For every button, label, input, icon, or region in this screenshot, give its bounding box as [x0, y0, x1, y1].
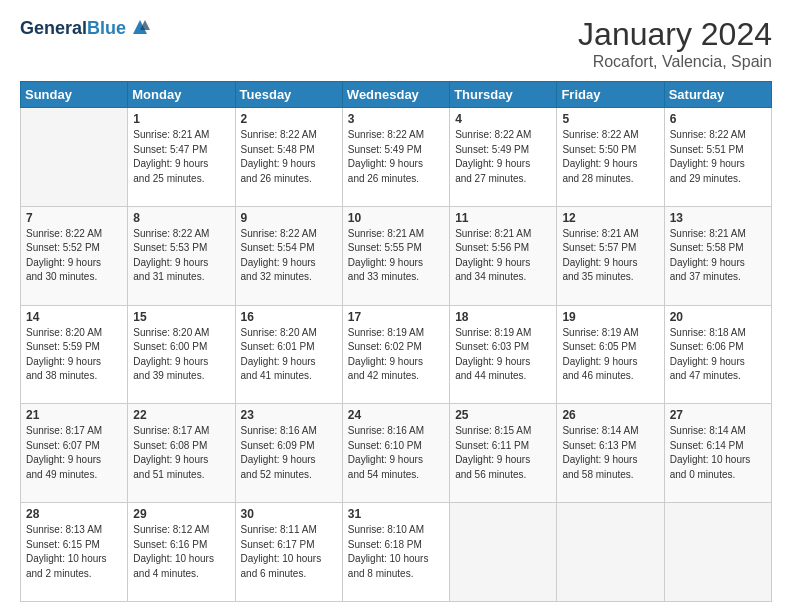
header: GeneralBlue January 2024 Rocafort, Valen… [20, 16, 772, 71]
calendar-cell: 12Sunrise: 8:21 AM Sunset: 5:57 PM Dayli… [557, 206, 664, 305]
title-block: January 2024 Rocafort, Valencia, Spain [578, 16, 772, 71]
calendar-cell: 13Sunrise: 8:21 AM Sunset: 5:58 PM Dayli… [664, 206, 771, 305]
cell-info: Sunrise: 8:21 AM Sunset: 5:57 PM Dayligh… [562, 227, 658, 285]
calendar-cell: 30Sunrise: 8:11 AM Sunset: 6:17 PM Dayli… [235, 503, 342, 602]
cell-info: Sunrise: 8:16 AM Sunset: 6:10 PM Dayligh… [348, 424, 444, 482]
cell-info: Sunrise: 8:15 AM Sunset: 6:11 PM Dayligh… [455, 424, 551, 482]
calendar-cell [450, 503, 557, 602]
day-number: 12 [562, 211, 658, 225]
calendar-cell: 4Sunrise: 8:22 AM Sunset: 5:49 PM Daylig… [450, 108, 557, 207]
cell-info: Sunrise: 8:18 AM Sunset: 6:06 PM Dayligh… [670, 326, 766, 384]
calendar-table: SundayMondayTuesdayWednesdayThursdayFrid… [20, 81, 772, 602]
col-header-monday: Monday [128, 82, 235, 108]
calendar-cell: 16Sunrise: 8:20 AM Sunset: 6:01 PM Dayli… [235, 305, 342, 404]
day-number: 3 [348, 112, 444, 126]
cell-info: Sunrise: 8:22 AM Sunset: 5:50 PM Dayligh… [562, 128, 658, 186]
cell-info: Sunrise: 8:12 AM Sunset: 6:16 PM Dayligh… [133, 523, 229, 581]
day-number: 15 [133, 310, 229, 324]
calendar-cell: 10Sunrise: 8:21 AM Sunset: 5:55 PM Dayli… [342, 206, 449, 305]
day-number: 4 [455, 112, 551, 126]
day-number: 5 [562, 112, 658, 126]
week-row-1: 1Sunrise: 8:21 AM Sunset: 5:47 PM Daylig… [21, 108, 772, 207]
day-number: 22 [133, 408, 229, 422]
day-number: 2 [241, 112, 337, 126]
calendar-cell: 9Sunrise: 8:22 AM Sunset: 5:54 PM Daylig… [235, 206, 342, 305]
cell-info: Sunrise: 8:13 AM Sunset: 6:15 PM Dayligh… [26, 523, 122, 581]
cell-info: Sunrise: 8:11 AM Sunset: 6:17 PM Dayligh… [241, 523, 337, 581]
calendar-cell: 8Sunrise: 8:22 AM Sunset: 5:53 PM Daylig… [128, 206, 235, 305]
logo-icon [129, 16, 151, 38]
day-number: 1 [133, 112, 229, 126]
day-number: 13 [670, 211, 766, 225]
day-number: 6 [670, 112, 766, 126]
cell-info: Sunrise: 8:17 AM Sunset: 6:07 PM Dayligh… [26, 424, 122, 482]
calendar-cell: 27Sunrise: 8:14 AM Sunset: 6:14 PM Dayli… [664, 404, 771, 503]
calendar-cell: 23Sunrise: 8:16 AM Sunset: 6:09 PM Dayli… [235, 404, 342, 503]
day-number: 10 [348, 211, 444, 225]
col-header-wednesday: Wednesday [342, 82, 449, 108]
day-number: 21 [26, 408, 122, 422]
page: GeneralBlue January 2024 Rocafort, Valen… [0, 0, 792, 612]
col-header-friday: Friday [557, 82, 664, 108]
calendar-cell: 17Sunrise: 8:19 AM Sunset: 6:02 PM Dayli… [342, 305, 449, 404]
cell-info: Sunrise: 8:22 AM Sunset: 5:54 PM Dayligh… [241, 227, 337, 285]
cell-info: Sunrise: 8:22 AM Sunset: 5:52 PM Dayligh… [26, 227, 122, 285]
col-header-tuesday: Tuesday [235, 82, 342, 108]
cell-info: Sunrise: 8:22 AM Sunset: 5:53 PM Dayligh… [133, 227, 229, 285]
day-number: 17 [348, 310, 444, 324]
calendar-cell: 28Sunrise: 8:13 AM Sunset: 6:15 PM Dayli… [21, 503, 128, 602]
day-number: 25 [455, 408, 551, 422]
day-number: 28 [26, 507, 122, 521]
calendar-cell: 2Sunrise: 8:22 AM Sunset: 5:48 PM Daylig… [235, 108, 342, 207]
cell-info: Sunrise: 8:19 AM Sunset: 6:03 PM Dayligh… [455, 326, 551, 384]
logo-text: GeneralBlue [20, 19, 126, 39]
day-number: 9 [241, 211, 337, 225]
day-number: 18 [455, 310, 551, 324]
week-row-2: 7Sunrise: 8:22 AM Sunset: 5:52 PM Daylig… [21, 206, 772, 305]
day-number: 16 [241, 310, 337, 324]
week-row-3: 14Sunrise: 8:20 AM Sunset: 5:59 PM Dayli… [21, 305, 772, 404]
cell-info: Sunrise: 8:19 AM Sunset: 6:05 PM Dayligh… [562, 326, 658, 384]
day-number: 29 [133, 507, 229, 521]
day-number: 11 [455, 211, 551, 225]
calendar-cell: 21Sunrise: 8:17 AM Sunset: 6:07 PM Dayli… [21, 404, 128, 503]
day-number: 24 [348, 408, 444, 422]
day-number: 20 [670, 310, 766, 324]
cell-info: Sunrise: 8:21 AM Sunset: 5:47 PM Dayligh… [133, 128, 229, 186]
cell-info: Sunrise: 8:21 AM Sunset: 5:55 PM Dayligh… [348, 227, 444, 285]
calendar-cell: 22Sunrise: 8:17 AM Sunset: 6:08 PM Dayli… [128, 404, 235, 503]
cell-info: Sunrise: 8:22 AM Sunset: 5:48 PM Dayligh… [241, 128, 337, 186]
calendar-cell: 7Sunrise: 8:22 AM Sunset: 5:52 PM Daylig… [21, 206, 128, 305]
calendar-cell: 18Sunrise: 8:19 AM Sunset: 6:03 PM Dayli… [450, 305, 557, 404]
calendar-cell: 14Sunrise: 8:20 AM Sunset: 5:59 PM Dayli… [21, 305, 128, 404]
day-number: 23 [241, 408, 337, 422]
cell-info: Sunrise: 8:14 AM Sunset: 6:14 PM Dayligh… [670, 424, 766, 482]
main-title: January 2024 [578, 16, 772, 53]
cell-info: Sunrise: 8:22 AM Sunset: 5:49 PM Dayligh… [348, 128, 444, 186]
calendar-cell: 25Sunrise: 8:15 AM Sunset: 6:11 PM Dayli… [450, 404, 557, 503]
calendar-cell: 20Sunrise: 8:18 AM Sunset: 6:06 PM Dayli… [664, 305, 771, 404]
col-header-saturday: Saturday [664, 82, 771, 108]
week-row-4: 21Sunrise: 8:17 AM Sunset: 6:07 PM Dayli… [21, 404, 772, 503]
cell-info: Sunrise: 8:20 AM Sunset: 5:59 PM Dayligh… [26, 326, 122, 384]
calendar-cell: 11Sunrise: 8:21 AM Sunset: 5:56 PM Dayli… [450, 206, 557, 305]
calendar-cell [21, 108, 128, 207]
day-number: 7 [26, 211, 122, 225]
day-number: 26 [562, 408, 658, 422]
day-number: 8 [133, 211, 229, 225]
calendar-cell [664, 503, 771, 602]
cell-info: Sunrise: 8:22 AM Sunset: 5:49 PM Dayligh… [455, 128, 551, 186]
cell-info: Sunrise: 8:14 AM Sunset: 6:13 PM Dayligh… [562, 424, 658, 482]
cell-info: Sunrise: 8:19 AM Sunset: 6:02 PM Dayligh… [348, 326, 444, 384]
calendar-cell: 15Sunrise: 8:20 AM Sunset: 6:00 PM Dayli… [128, 305, 235, 404]
calendar-cell: 3Sunrise: 8:22 AM Sunset: 5:49 PM Daylig… [342, 108, 449, 207]
cell-info: Sunrise: 8:17 AM Sunset: 6:08 PM Dayligh… [133, 424, 229, 482]
day-number: 14 [26, 310, 122, 324]
day-number: 27 [670, 408, 766, 422]
cell-info: Sunrise: 8:20 AM Sunset: 6:00 PM Dayligh… [133, 326, 229, 384]
calendar-cell: 5Sunrise: 8:22 AM Sunset: 5:50 PM Daylig… [557, 108, 664, 207]
calendar-cell: 31Sunrise: 8:10 AM Sunset: 6:18 PM Dayli… [342, 503, 449, 602]
cell-info: Sunrise: 8:10 AM Sunset: 6:18 PM Dayligh… [348, 523, 444, 581]
calendar-cell: 26Sunrise: 8:14 AM Sunset: 6:13 PM Dayli… [557, 404, 664, 503]
cell-info: Sunrise: 8:16 AM Sunset: 6:09 PM Dayligh… [241, 424, 337, 482]
